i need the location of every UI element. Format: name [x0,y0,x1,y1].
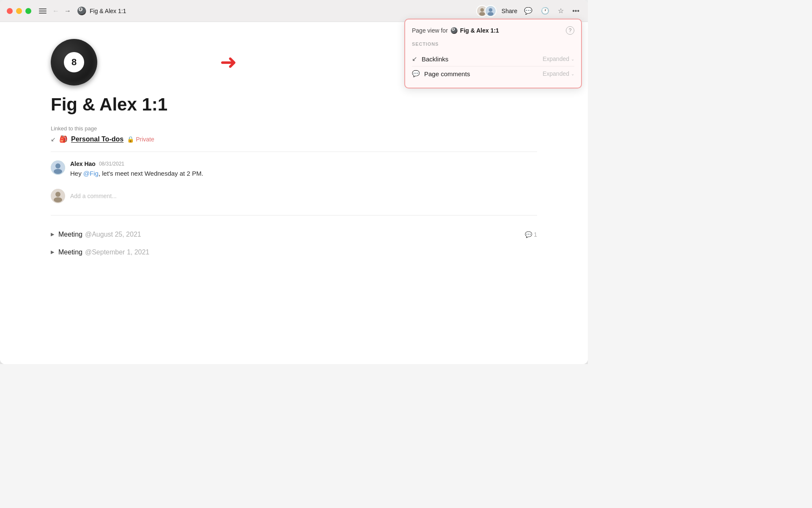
meeting-date-1: @September 1, 2021 [85,248,149,256]
panel-header: Page view for 🎱 Fig & Alex 1:1 ? [412,26,574,35]
section-row-comments: 💬 Page comments Expanded ⌄ [412,66,574,81]
comments-section-icon: 💬 [412,70,420,77]
help-button[interactable]: ? [566,26,574,35]
svg-point-5 [488,12,494,16]
lock-icon: 🔒 [127,136,134,143]
divider-1 [51,152,537,152]
backlinks-label: Backlinks [422,55,448,63]
app-window: ← → 🎱 Fig & Alex 1:1 [0,0,588,364]
share-button[interactable]: Share [502,8,517,14]
svg-point-10 [55,192,60,197]
add-comment-avatar [51,189,65,203]
add-comment-input[interactable]: Add a comment... [70,193,117,199]
private-label: Private [136,136,154,143]
meeting-item-0: ▶ Meeting @August 25, 2021 💬 1 [51,226,537,243]
more-button[interactable]: ••• [571,6,581,17]
alex-avatar-svg [486,5,496,17]
meeting-date-0: @August 25, 2021 [85,231,141,238]
arrow-indicator: ➜ [220,50,237,74]
page-icon-title: 🎱 Fig & Alex 1:1 [77,6,472,16]
linked-page-name[interactable]: Personal To-dos [71,135,123,143]
svg-point-4 [489,8,493,12]
avatar-group [476,5,497,17]
meeting-toggle-0[interactable]: ▶ [51,232,54,237]
panel-title: Page view for 🎱 Fig & Alex 1:1 [412,27,499,34]
section-left-backlinks: ↙ Backlinks [412,55,448,63]
page-comments-label: Page comments [424,70,470,77]
linked-item: ↙ 🎒 Personal To-dos 🔒 Private [51,135,537,143]
comment-block: Alex Hao 08/31/2021 Hey @Fig, let's meet… [51,160,537,179]
commenter-avatar [51,160,65,175]
backlinks-expanded-label: Expanded [543,55,569,62]
panel-page-name: Fig & Alex 1:1 [460,27,499,34]
meeting-comment-count-0: 1 [534,231,537,238]
meeting-title-1[interactable]: Meeting [58,248,82,256]
panel-emoji: 🎱 [450,27,458,34]
private-badge: 🔒 Private [127,136,154,143]
commenter-avatar-svg [51,160,65,175]
back-button[interactable]: ← [51,6,61,17]
section-left-comments: 💬 Page comments [412,70,470,77]
comments-value[interactable]: Expanded ⌄ [543,70,574,77]
meeting-title-0[interactable]: Meeting [58,231,82,238]
ball-circle: 8 [64,52,84,72]
divider-2 [51,215,537,215]
comment-text: Hey @Fig, let's meet next Wednesday at 2… [70,169,537,179]
linked-section: Linked to this page ↙ 🎒 Personal To-dos … [51,125,537,143]
svg-point-11 [54,197,62,202]
add-comment-row: Add a comment... [51,185,537,207]
sections-label: SECTIONS [412,41,574,47]
panel-prefix: Page view for [412,27,448,34]
linked-page-emoji: 🎒 [59,135,68,143]
titlebar-emoji: 🎱 [77,6,86,16]
svg-point-7 [55,163,60,168]
minimize-button[interactable] [16,8,22,14]
page-view-panel: Page view for 🎱 Fig & Alex 1:1 ? SECTION… [404,19,582,88]
comment-date: 08/31/2021 [99,161,124,167]
section-row-backlinks: ↙ Backlinks Expanded ⌄ [412,52,574,66]
titlebar-right: Share 💬 🕐 ☆ ••• [476,5,581,17]
ball-number: 8 [71,57,77,68]
comment-header: Alex Hao 08/31/2021 [70,160,537,167]
page-title: Fig & Alex 1:1 [51,94,537,115]
backlink-section-icon: ↙ [412,55,417,63]
comment-mention[interactable]: @Fig [83,170,99,177]
add-comment-avatar-svg [51,189,65,203]
svg-point-8 [54,169,62,174]
comments-button[interactable]: 💬 [522,5,534,17]
close-button[interactable] [7,8,13,14]
menu-icon[interactable] [39,8,47,14]
svg-point-2 [479,12,485,16]
traffic-lights [7,8,31,14]
avatar-alex [485,5,497,17]
page-8ball-icon: 8 [51,39,97,86]
bookmark-button[interactable]: ☆ [556,5,565,17]
nav-arrows: ← → [51,6,73,17]
forward-button[interactable]: → [63,6,73,17]
backlinks-chevron-icon: ⌄ [571,57,574,61]
maximize-button[interactable] [25,8,31,14]
meeting-comment-badge-0: 💬 1 [525,231,537,238]
linked-label: Linked to this page [51,125,537,132]
backlink-arrow-icon: ↙ [51,136,56,143]
comment-text-before: Hey [70,170,83,177]
meeting-item-1: ▶ Meeting @September 1, 2021 [51,243,537,261]
titlebar-title: Fig & Alex 1:1 [90,8,126,14]
comments-chevron-icon: ⌄ [571,72,574,76]
svg-point-1 [480,8,484,12]
meeting-comment-icon-0: 💬 [525,231,532,238]
meeting-toggle-1[interactable]: ▶ [51,249,54,255]
backlinks-value[interactable]: Expanded ⌄ [543,55,574,62]
history-button[interactable]: 🕐 [539,5,551,17]
comment-text-after: , let's meet next Wednesday at 2 PM. [99,170,203,177]
comments-expanded-label: Expanded [543,70,569,77]
commenter-name: Alex Hao [70,160,96,167]
comment-content: Alex Hao 08/31/2021 Hey @Fig, let's meet… [70,160,537,179]
meetings-section: ▶ Meeting @August 25, 2021 💬 1 ▶ Meeting… [51,226,537,261]
